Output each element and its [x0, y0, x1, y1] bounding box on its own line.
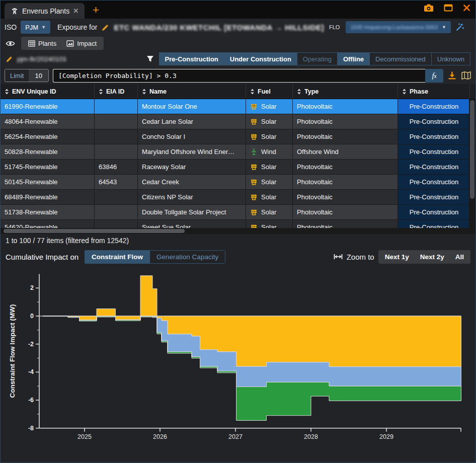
limit-control[interactable]: Limit 10	[5, 69, 49, 82]
zoom-next-1y[interactable]: Next 1y	[379, 251, 415, 263]
hscroll-thumb[interactable]	[4, 229, 185, 233]
sort-icon[interactable]	[5, 89, 9, 95]
cell-phase: Pre-Construction	[398, 99, 470, 114]
cell-eia-id: 64543	[95, 175, 138, 190]
cell-fuel: Solar	[246, 175, 293, 190]
view-impact-button[interactable]: Impact	[61, 37, 102, 49]
table-row[interactable]: 50828-RenewableMaryland Offshore Wind En…	[1, 144, 469, 160]
cell-phase: Pre-Construction	[398, 114, 470, 129]
zoom-all[interactable]: All	[450, 251, 469, 263]
magic-wand-icon[interactable]	[455, 23, 464, 32]
edit-pencil-icon[interactable]	[101, 23, 110, 32]
phase-badge[interactable]: Pre-Construction	[398, 114, 470, 129]
sort-icon[interactable]	[297, 89, 301, 95]
fuel-label: Solar	[261, 103, 276, 110]
cell-type: Photovoltaic	[293, 160, 398, 175]
close-window-icon[interactable]	[463, 4, 470, 12]
maximize-icon[interactable]	[444, 4, 453, 12]
phase-filter-area: Pre-ConstructionUnder ConstructionOperat…	[146, 52, 470, 65]
screenshot-camera-icon[interactable]	[424, 4, 434, 12]
column-header-env-unique-id[interactable]: ENV Unique ID	[1, 84, 95, 99]
exposure-label: Exposure for	[57, 23, 97, 31]
phase-badge[interactable]: Pre-Construction	[398, 129, 470, 144]
eye-icon[interactable]	[6, 40, 15, 47]
fuel-label: Solar	[261, 163, 276, 171]
phase-badge[interactable]: Pre-Construction	[398, 205, 470, 219]
table-row[interactable]: 61990-RenewableMontour Solar OneSolarPho…	[1, 99, 469, 114]
query-input[interactable]	[53, 69, 425, 83]
sort-icon[interactable]	[250, 89, 255, 95]
toggle-generation-capacity[interactable]: Generation Capacity	[149, 250, 225, 264]
exposure-constraint-name: ETC WANDA/230 KWETCHIL [ETOWANDA → HILLS…	[114, 23, 324, 32]
plants-table: ENV Unique IDEIA IDNameFuelTypePhase 619…	[1, 84, 475, 234]
chevron-down-icon: ▼	[442, 25, 446, 30]
cell-phase: Pre-Construction	[398, 205, 470, 220]
filter-bar: pjm-flr/20240103 Pre-ConstructionUnder C…	[1, 51, 475, 67]
tab-close-icon[interactable]: ✕	[73, 7, 78, 15]
view-plants-button[interactable]: Plants	[23, 37, 61, 49]
phase-filter-group: Pre-ConstructionUnder ConstructionOperat…	[159, 52, 470, 65]
phase-badge[interactable]: Pre-Construction	[398, 144, 470, 159]
formula-fx-button[interactable]: fx	[425, 69, 443, 83]
phase-filter-offline[interactable]: Offline	[337, 52, 370, 65]
filter-funnel-icon[interactable]	[146, 55, 154, 62]
sort-icon[interactable]	[142, 89, 146, 95]
map-icon[interactable]	[461, 71, 471, 80]
edit-pencil-icon[interactable]	[6, 55, 13, 63]
phase-badge[interactable]: Pre-Construction	[398, 190, 470, 204]
sort-icon[interactable]	[402, 89, 407, 95]
cell-name: Cedar Creek	[138, 175, 246, 190]
monitor-select[interactable]: 1500 Hopatcong-Lackawanna 5063 ▼	[346, 21, 451, 33]
cell-fuel: Solar	[246, 99, 293, 114]
cell-name: Citizens NP Solar	[138, 190, 246, 205]
table-row[interactable]: 51738-RenewableDouble Tollgate Solar Pro…	[1, 205, 469, 220]
fuel-label: Solar	[261, 208, 276, 216]
chevron-down-icon: ▼	[41, 25, 46, 30]
table-row[interactable]: 50145-Renewable64543Cedar CreekSolarPhot…	[1, 175, 469, 190]
impact-chart[interactable]: 20-2-4-6-820252026202720282029Constraint…	[1, 266, 476, 456]
table-row[interactable]: 68489-RenewableCitizens NP SolarSolarPho…	[1, 190, 469, 205]
toggle-constraint-flow[interactable]: Constraint Flow	[85, 250, 150, 264]
view-segment: Plants Impact	[21, 37, 104, 50]
table-row[interactable]: 56254-RenewableConcho Solar ISolarPhotov…	[1, 129, 469, 144]
column-label: Phase	[410, 88, 428, 95]
phase-filter-decommissioned[interactable]: Decommissioned	[369, 52, 432, 65]
download-icon[interactable]	[447, 71, 457, 81]
zoom-next-2y[interactable]: Next 2y	[415, 251, 450, 263]
fuel-label: Solar	[261, 193, 276, 201]
new-tab-button[interactable]: +	[93, 4, 99, 19]
column-header-phase[interactable]: Phase	[398, 84, 470, 99]
cumulative-impact-label: Cumulative Impact on	[6, 253, 78, 261]
cell-phase: Pre-Construction	[398, 160, 470, 175]
cell-env-id: 50145-Renewable	[1, 175, 95, 190]
table-horizontal-scrollbar[interactable]	[1, 228, 469, 234]
phase-filter-unknown[interactable]: Unknown	[431, 52, 470, 65]
cell-fuel: Solar	[246, 205, 293, 220]
iso-select[interactable]: PJM ▼	[21, 21, 50, 34]
tab-bar: Enverus Plants ✕ +	[1, 1, 475, 19]
phase-filter-pre-construction[interactable]: Pre-Construction	[159, 52, 224, 65]
cell-eia-id	[95, 129, 138, 144]
cell-eia-id	[95, 99, 138, 114]
status-bar: 1 to 100 / 77 items (filtered from 12542…	[1, 234, 475, 247]
transmission-tower-icon	[11, 7, 19, 15]
phase-badge[interactable]: Pre-Construction	[398, 99, 470, 114]
monitor-value: 1500 Hopatcong-Lackawanna 5063	[350, 24, 438, 30]
cell-fuel: Solar	[246, 129, 293, 144]
sort-icon[interactable]	[99, 89, 103, 95]
phase-badge[interactable]: Pre-Construction	[398, 175, 470, 189]
table-row[interactable]: 51745-Renewable63846Raceway SolarSolarPh…	[1, 160, 469, 175]
phase-filter-operating[interactable]: Operating	[297, 52, 338, 65]
tab-enverus-plants[interactable]: Enverus Plants ✕	[5, 3, 85, 19]
vscroll-thumb[interactable]	[470, 100, 474, 199]
table-row[interactable]: 48064-RenewableCedar Lane SolarSolarPhot…	[1, 114, 469, 129]
phase-filter-under-construction[interactable]: Under Construction	[224, 52, 297, 65]
column-header-eia-id[interactable]: EIA ID	[95, 84, 138, 99]
y-tick-label: -8	[28, 425, 34, 432]
column-header-type[interactable]: Type	[293, 84, 398, 99]
column-header-name[interactable]: Name	[138, 84, 246, 99]
column-header-fuel[interactable]: Fuel	[246, 84, 293, 99]
cell-fuel: Solar	[246, 190, 293, 205]
table-vertical-scrollbar[interactable]	[469, 99, 475, 234]
phase-badge[interactable]: Pre-Construction	[398, 160, 470, 174]
